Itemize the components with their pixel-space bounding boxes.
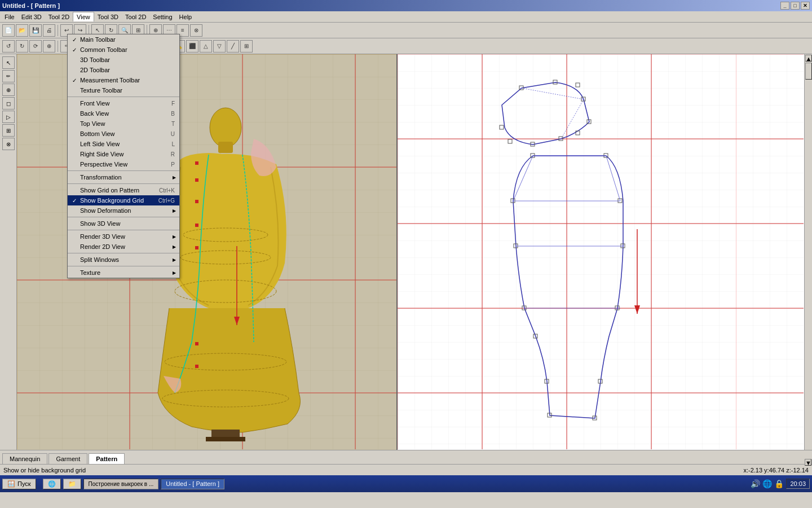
menu-top-view[interactable]: Top View T: [68, 119, 179, 129]
statusbar: Show or hide background grid x:-2.13 y:4…: [0, 464, 812, 475]
tb3d-2[interactable]: ↻: [16, 40, 28, 52]
tb-print[interactable]: 🖨: [43, 24, 55, 37]
menu-bottom-view[interactable]: Bottom View U: [68, 129, 179, 139]
menu-help[interactable]: Help: [176, 12, 196, 21]
menu-show-grid-on-pattern[interactable]: Show Grid on Pattern Ctrl+K: [68, 185, 179, 195]
sep: [58, 25, 58, 36]
tabs-bar: Mannequin Garment Pattern: [0, 450, 812, 464]
tray-icon-1: 🔊: [751, 479, 760, 488]
menu-front-view[interactable]: Front View F: [68, 98, 179, 108]
svg-rect-24: [195, 246, 198, 249]
menu-tool3d[interactable]: Tool 3D: [94, 12, 122, 21]
menu-view[interactable]: View: [73, 12, 94, 21]
menu-render-2d-view[interactable]: Render 2D View: [68, 242, 179, 252]
side-btn-3[interactable]: ⊕: [2, 84, 15, 96]
taskbar-app1[interactable]: Построение выкроек в ...: [83, 479, 159, 489]
side-btn-4[interactable]: ◻: [2, 97, 15, 110]
svg-rect-26: [195, 365, 198, 368]
menu-show-deformation[interactable]: Show Deformation: [68, 205, 179, 216]
menu-common-toolbar[interactable]: ✓ Common Toolbar: [68, 45, 179, 55]
svg-rect-22: [195, 200, 198, 203]
menu-tool2d-2[interactable]: Tool 2D: [122, 12, 149, 21]
svg-point-8: [210, 108, 241, 147]
menu-tool2d-1[interactable]: Tool 2D: [45, 12, 73, 21]
menu-file[interactable]: File: [1, 12, 18, 21]
left-sidebar: ↖ ✏ ⊕ ◻ ▷ ⊞ ⊗: [0, 54, 17, 450]
minimize-btn[interactable]: _: [780, 2, 789, 10]
menu-render-3d-view[interactable]: Render 3D View: [68, 231, 179, 242]
svg-rect-25: [195, 342, 198, 345]
menu-3d-toolbar[interactable]: 3D Toolbar: [68, 55, 179, 65]
menu-split-windows[interactable]: Split Windows: [68, 255, 179, 265]
svg-rect-9: [218, 142, 233, 153]
tb3d-4[interactable]: ⊕: [43, 40, 55, 52]
title-text: Untitled - [ Pattern ]: [2, 2, 60, 9]
coord-display: x:-2.13 y:46.74 z:-12.14: [743, 467, 809, 474]
tab-pattern[interactable]: Pattern: [89, 453, 125, 464]
tab-garment[interactable]: Garment: [48, 453, 87, 464]
svg-rect-16: [211, 430, 240, 438]
tb-t4[interactable]: ⊗: [190, 24, 202, 37]
close-btn[interactable]: ✕: [801, 2, 810, 10]
right-scrollbar[interactable]: ▲ ▼: [804, 54, 812, 450]
grid-2d: [398, 54, 804, 449]
menu-texture-toolbar[interactable]: Texture Toolbar: [68, 85, 179, 95]
start-icon: 🪟: [7, 480, 15, 488]
tb3d-18[interactable]: ⊞: [240, 40, 253, 52]
menu-edit3d[interactable]: Edit 3D: [18, 12, 45, 21]
tb3d-16[interactable]: ▽: [213, 40, 226, 52]
svg-rect-17: [206, 437, 245, 441]
side-btn-6[interactable]: ⊞: [2, 124, 15, 137]
side-btn-5[interactable]: ▷: [2, 111, 15, 123]
side-btn-2[interactable]: ✏: [2, 70, 15, 82]
svg-rect-29: [398, 54, 804, 449]
view-dropdown: ✓ Main Toolbar ✓ Common Toolbar 3D Toolb…: [67, 34, 180, 278]
tb3d-15[interactable]: △: [200, 40, 212, 52]
clock: 20:03: [786, 479, 810, 489]
taskbar-folder[interactable]: 📁: [63, 479, 81, 489]
tray-icon-3: 🔒: [774, 479, 784, 488]
menu-show-3d-view[interactable]: Show 3D View: [68, 218, 179, 229]
taskbar-ie[interactable]: 🌐: [43, 479, 61, 489]
tb-open[interactable]: 📂: [16, 24, 28, 37]
viewport-2d[interactable]: [398, 54, 804, 450]
tb-new[interactable]: 📄: [2, 24, 15, 37]
svg-rect-20: [195, 161, 198, 165]
side-btn-1[interactable]: ↖: [2, 56, 15, 69]
menu-perspective-view[interactable]: Perspective View P: [68, 159, 179, 169]
menu-2d-toolbar[interactable]: 2D Toolbar: [68, 65, 179, 75]
svg-rect-23: [195, 224, 198, 227]
tb3d-1[interactable]: ↺: [2, 40, 15, 52]
sep5: [68, 230, 179, 230]
sep7: [68, 266, 179, 266]
sep1: [68, 97, 179, 97]
sep6: [68, 253, 179, 253]
taskbar-tray: 🔊 🌐 🔒 20:03: [751, 479, 810, 489]
taskbar-app2[interactable]: Untitled - [ Pattern ]: [161, 479, 224, 489]
tb-save[interactable]: 💾: [29, 24, 42, 37]
menu-main-toolbar[interactable]: ✓ Main Toolbar: [68, 34, 179, 45]
taskbar: 🪟 Пуск 🌐 📁 Построение выкроек в ... Unti…: [0, 475, 812, 492]
sep3: [68, 183, 179, 184]
tb3d-17[interactable]: ╱: [227, 40, 239, 52]
menu-measurement-toolbar[interactable]: ✓ Measurement Toolbar: [68, 75, 179, 85]
sep2: [68, 170, 179, 171]
tb3d-3[interactable]: ⟳: [29, 40, 42, 52]
sep4: [58, 41, 58, 52]
start-button[interactable]: 🪟 Пуск: [2, 479, 36, 489]
tb3d-14[interactable]: ⬛: [186, 40, 198, 52]
menubar: File Edit 3D Tool 2D View Tool 3D Tool 2…: [0, 11, 812, 23]
menu-show-background-grid[interactable]: ✓ Show Background Grid Ctrl+G: [68, 195, 179, 205]
titlebar: Untitled - [ Pattern ] _ □ ✕: [0, 0, 812, 11]
menu-transformation[interactable]: Transformation: [68, 172, 179, 182]
maximize-btn[interactable]: □: [791, 2, 800, 10]
menu-left-side-view[interactable]: Left Side View L: [68, 139, 179, 149]
menu-texture[interactable]: Texture: [68, 268, 179, 278]
side-btn-7[interactable]: ⊗: [2, 138, 15, 150]
menu-setting[interactable]: Setting: [149, 12, 175, 21]
svg-rect-21: [195, 178, 198, 182]
menu-back-view[interactable]: Back View B: [68, 108, 179, 119]
tray-icon-2: 🌐: [762, 479, 772, 488]
tab-mannequin[interactable]: Mannequin: [2, 453, 47, 464]
menu-right-side-view[interactable]: Right Side View R: [68, 149, 179, 159]
